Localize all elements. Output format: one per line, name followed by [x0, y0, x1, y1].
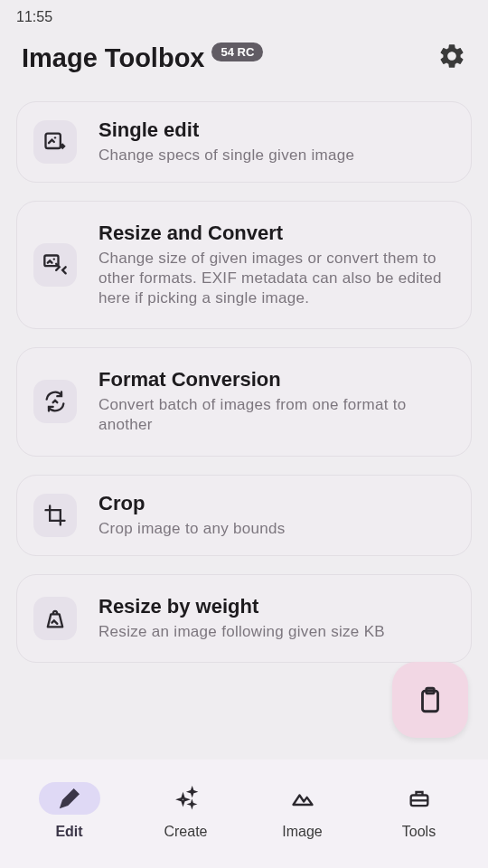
- nav-label: Tools: [402, 824, 436, 840]
- format-conversion-icon: [33, 380, 77, 423]
- card-desc: Resize an image following given size KB: [99, 622, 455, 642]
- nav-image[interactable]: Image: [244, 782, 361, 840]
- nav-label: Create: [164, 824, 207, 840]
- crop-icon: [33, 494, 77, 537]
- nav-label: Image: [282, 824, 322, 840]
- gear-icon[interactable]: [437, 42, 466, 74]
- card-desc: Change specs of single given image: [99, 146, 455, 165]
- nav-label: Edit: [55, 824, 82, 840]
- bottom-nav: Edit Create Image Tools: [0, 760, 488, 868]
- svg-point-1: [54, 137, 56, 138]
- nav-tools[interactable]: Tools: [361, 782, 477, 840]
- edit-icon: [39, 782, 100, 815]
- card-desc: Change size of given images or convert t…: [99, 249, 455, 308]
- tools-icon: [389, 782, 450, 815]
- resize-weight-icon: [33, 597, 77, 640]
- card-title: Resize and Convert: [99, 222, 455, 245]
- single-edit-icon: [33, 120, 77, 164]
- version-badge: 54 RC: [211, 42, 263, 61]
- create-icon: [155, 782, 217, 815]
- card-title: Single edit: [99, 118, 455, 142]
- app-header: Image Toolbox 54 RC: [0, 29, 488, 94]
- card-title: Resize by weight: [99, 595, 455, 618]
- clock-time: 11:55: [16, 9, 52, 24]
- nav-edit[interactable]: Edit: [11, 782, 127, 840]
- card-single-edit[interactable]: Single edit Change specs of single given…: [16, 101, 472, 183]
- clipboard-fab[interactable]: [392, 662, 468, 738]
- card-desc: Crop image to any bounds: [99, 519, 455, 539]
- tool-list: Single edit Change specs of single given…: [0, 94, 488, 663]
- resize-convert-icon: [33, 243, 77, 287]
- card-resize-convert[interactable]: Resize and Convert Change size of given …: [16, 201, 472, 329]
- card-format-conversion[interactable]: Format Conversion Convert batch of image…: [16, 347, 472, 456]
- nav-create[interactable]: Create: [127, 782, 244, 840]
- card-title: Format Conversion: [99, 368, 455, 392]
- status-bar: 11:55: [0, 0, 488, 29]
- image-icon: [272, 782, 333, 815]
- svg-point-3: [53, 259, 55, 260]
- app-title: Image Toolbox: [22, 43, 204, 73]
- card-resize-weight[interactable]: Resize by weight Resize an image followi…: [16, 574, 472, 663]
- card-crop[interactable]: Crop Crop image to any bounds: [16, 475, 472, 556]
- card-desc: Convert batch of images from one format …: [99, 395, 455, 435]
- card-title: Crop: [99, 492, 455, 515]
